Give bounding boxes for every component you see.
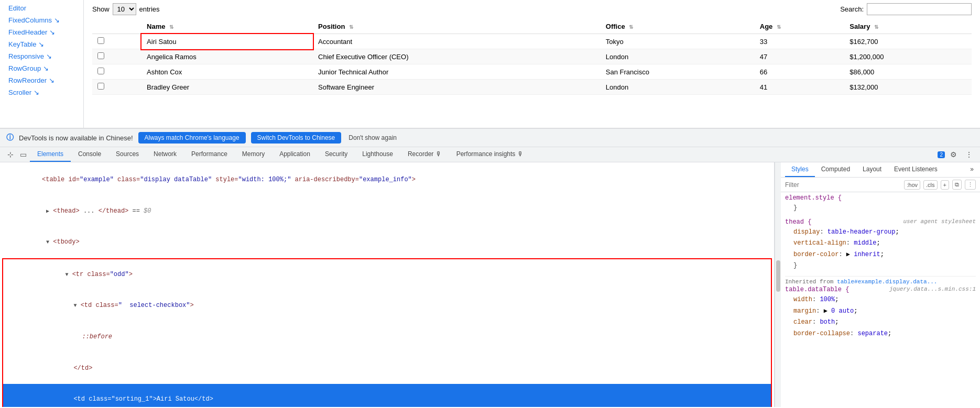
style-selector: table.dataTable { xyxy=(785,286,849,293)
sort-icon-position: ⇅ xyxy=(349,24,353,30)
inspect-mode-button[interactable]: ⊹ xyxy=(4,147,17,162)
row-checkbox[interactable] xyxy=(97,37,104,44)
table-area: Show 10 25 50 entries Search: xyxy=(84,0,980,128)
row-age-cell: 66 xyxy=(755,64,845,80)
chat-badge: 2 xyxy=(938,151,945,158)
tab-performance[interactable]: Performance xyxy=(184,147,235,162)
dom-line: </td> xyxy=(3,352,771,384)
row-checkbox-cell xyxy=(92,34,141,49)
tab-network[interactable]: Network xyxy=(146,147,184,162)
style-rule-datatable: table.dataTable { jquery.data...s.min.cs… xyxy=(785,286,976,339)
tab-recorder[interactable]: Recorder 🎙 xyxy=(400,147,449,162)
entries-select[interactable]: 10 25 50 xyxy=(113,3,136,15)
col-checkbox xyxy=(92,19,141,34)
sidebar-item-fixedcolumns[interactable]: FixedColumns ↘ xyxy=(0,14,83,26)
switch-devtools-button[interactable]: Switch DevTools to Chinese xyxy=(251,132,342,144)
subtab-styles[interactable]: Styles xyxy=(785,162,815,177)
row-name-cell: Airi Satou xyxy=(141,34,313,49)
notification-text: DevTools is now available in Chinese! xyxy=(19,134,133,142)
copy-style-button[interactable]: ⧉ xyxy=(952,180,962,190)
styles-filter-bar: :hov .cls + ⧉ ⋮ xyxy=(781,178,980,192)
device-toolbar-button[interactable]: ▭ xyxy=(17,147,30,162)
row-checkbox[interactable] xyxy=(97,68,104,74)
inherited-from[interactable]: table#example.display.data... xyxy=(837,279,937,285)
row-checkbox-cell xyxy=(92,49,141,64)
style-prop-line: vertical-align: middle; xyxy=(785,238,976,249)
sort-icon-salary: ⇅ xyxy=(874,24,878,30)
col-age[interactable]: Age ⇅ xyxy=(755,19,845,34)
more-options-button[interactable]: ⋮ xyxy=(962,147,976,162)
dom-panel: <table id="example" class="display dataT… xyxy=(0,162,775,407)
table-body: Airi Satou Accountant Tokyo 33 $162,700 … xyxy=(92,34,972,95)
dom-line: ▼ <tr class="odd"> xyxy=(3,259,771,291)
add-style-button[interactable]: + xyxy=(941,180,949,190)
col-salary[interactable]: Salary ⇅ xyxy=(844,19,972,34)
styles-panel: Styles Computed Layout Event Listeners »… xyxy=(781,162,980,407)
sidebar-item-rowreorder[interactable]: RowReorder ↘ xyxy=(0,74,83,86)
style-prop-line: clear: both; xyxy=(785,317,976,328)
dom-line: ▼ <tbody> xyxy=(0,227,774,258)
search-input[interactable] xyxy=(867,3,972,15)
row-checkbox-cell xyxy=(92,80,141,95)
col-office[interactable]: Office ⇅ xyxy=(601,19,755,34)
tab-lighthouse[interactable]: Lighthouse xyxy=(355,147,400,162)
styles-subtabs: Styles Computed Layout Event Listeners » xyxy=(781,162,980,178)
styles-filter-input[interactable] xyxy=(785,181,901,189)
row-checkbox[interactable] xyxy=(97,83,104,90)
col-position[interactable]: Position ⇅ xyxy=(313,19,601,34)
subtab-event-listeners[interactable]: Event Listeners xyxy=(888,162,944,177)
style-prop-line: border-color: ▶ inherit; xyxy=(785,249,976,261)
row-salary-cell: $132,000 xyxy=(844,80,972,95)
sidebar-item-responsive[interactable]: Responsive ↘ xyxy=(0,50,83,62)
sidebar-item-editor[interactable]: Editor xyxy=(0,2,83,14)
table-header: Name ⇅ Position ⇅ Office ⇅ Age ⇅ Salary … xyxy=(92,19,972,34)
entries-label: entries xyxy=(139,5,160,13)
tab-memory[interactable]: Memory xyxy=(235,147,272,162)
show-label: Show xyxy=(92,5,110,13)
style-close: } xyxy=(785,260,976,272)
highlighted-dom-block: ▼ <tr class="odd"> ▼ <td class=" select-… xyxy=(2,258,772,407)
tab-security[interactable]: Security xyxy=(318,147,355,162)
sidebar-item-keytable[interactable]: KeyTable ↘ xyxy=(0,38,83,50)
row-age-cell: 47 xyxy=(755,49,845,64)
row-checkbox[interactable] xyxy=(97,52,104,59)
tab-console[interactable]: Console xyxy=(71,147,108,162)
sidebar-item-rowgroup[interactable]: RowGroup ↘ xyxy=(0,62,83,74)
dom-line-selected[interactable]: <td class="sorting_1">Airi Satou</td> xyxy=(3,384,771,407)
cls-filter-button[interactable]: .cls xyxy=(923,180,938,190)
tab-performance-insights[interactable]: Performance insights 🎙 xyxy=(449,147,531,162)
dont-show-button[interactable]: Don't show again xyxy=(349,134,397,141)
sort-icon-name: ⇅ xyxy=(169,24,173,30)
col-name[interactable]: Name ⇅ xyxy=(141,19,313,34)
devtools-panel: ⊹ ▭ Elements Console Sources Network Per… xyxy=(0,147,980,407)
sort-icon-age: ⇅ xyxy=(777,24,781,30)
row-position-cell: Junior Technical Author xyxy=(313,64,601,80)
dom-scrollbar[interactable] xyxy=(775,162,781,407)
tab-sources[interactable]: Sources xyxy=(108,147,146,162)
style-source: jquery.data...s.min.css:1 xyxy=(889,286,976,293)
table-row: Angelica Ramos Chief Executive Officer (… xyxy=(92,49,972,64)
subtab-more[interactable]: » xyxy=(968,162,976,177)
sidebar-item-scroller[interactable]: Scroller ↘ xyxy=(0,86,83,98)
row-salary-cell: $1,200,000 xyxy=(844,49,972,64)
dom-tag: <table id="example" class="display dataT… xyxy=(42,176,416,183)
more-style-button[interactable]: ⋮ xyxy=(965,180,976,190)
style-prop-line: width: 100%; xyxy=(785,294,976,306)
data-table: Name ⇅ Position ⇅ Office ⇅ Age ⇅ Salary … xyxy=(92,19,972,95)
row-office-cell: San Francisco xyxy=(601,64,755,80)
sidebar-item-fixedheader[interactable]: FixedHeader ↘ xyxy=(0,26,83,38)
subtab-layout[interactable]: Layout xyxy=(856,162,888,177)
table-controls: Show 10 25 50 entries Search: xyxy=(92,3,972,15)
tab-application[interactable]: Application xyxy=(272,147,318,162)
tab-elements[interactable]: Elements xyxy=(30,147,71,162)
row-name-cell: Angelica Ramos xyxy=(141,49,313,64)
hover-filter-button[interactable]: :hov xyxy=(904,180,920,190)
subtab-computed[interactable]: Computed xyxy=(815,162,856,177)
row-salary-cell: $162,700 xyxy=(844,34,972,49)
settings-button[interactable]: ⚙ xyxy=(947,147,960,162)
always-match-button[interactable]: Always match Chrome's language xyxy=(138,132,246,144)
style-rule-thead: thead { user agent stylesheet display: t… xyxy=(785,218,976,272)
row-salary-cell: $86,000 xyxy=(844,64,972,80)
dom-line: ▶ <thead> ... </thead> == $0 xyxy=(0,196,774,227)
table-row: Ashton Cox Junior Technical Author San F… xyxy=(92,64,972,80)
